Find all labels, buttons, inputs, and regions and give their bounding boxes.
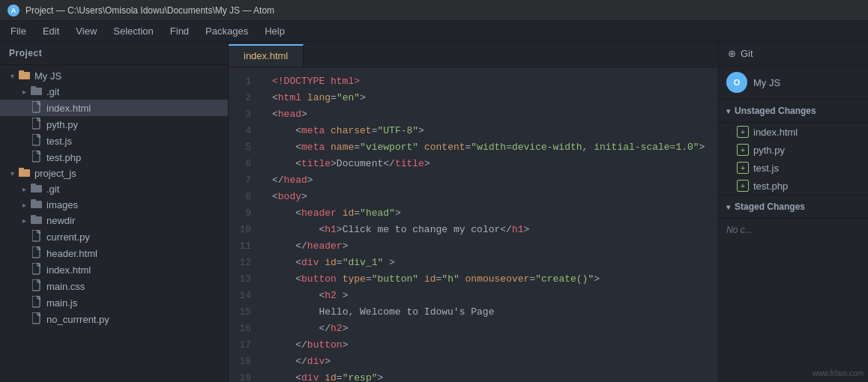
folder-arrow-git-folder: ▸ xyxy=(18,88,30,96)
sidebar-item-header-html[interactable]: header.html xyxy=(0,245,228,261)
sidebar-item-git-folder[interactable]: ▸.git xyxy=(0,84,228,100)
svg-rect-28 xyxy=(32,296,40,307)
git-file-label: test.js xyxy=(753,163,779,174)
line-num-5: 5 xyxy=(229,139,251,156)
folder-arrow-git-folder2: ▸ xyxy=(18,185,30,193)
menu-item-packages[interactable]: Packages xyxy=(198,22,256,40)
line-num-12: 12 xyxy=(229,255,251,271)
tab-index-html-tab[interactable]: index.html xyxy=(229,44,304,67)
file-icon-index-html2 xyxy=(30,263,43,276)
sidebar-item-main-css[interactable]: main.css xyxy=(0,278,228,294)
code-line-7: </head> xyxy=(272,172,718,189)
svg-rect-4 xyxy=(32,101,40,112)
unstaged-changes-header[interactable]: ▾ Unstaged Changes xyxy=(719,100,868,123)
unstaged-files-list: +index.html+pyth.py+test.js+test.php xyxy=(719,123,868,195)
svg-rect-13 xyxy=(19,168,24,171)
tab-bar: index.html xyxy=(229,42,718,67)
window-title: Project — C:\Users\Omisola Idowu\Documen… xyxy=(25,5,274,16)
tree-label-images-folder: images xyxy=(46,199,78,210)
sidebar-item-images-folder[interactable]: ▸images xyxy=(0,197,228,213)
line-num-11: 11 xyxy=(229,238,251,255)
menu-item-edit[interactable]: Edit xyxy=(35,22,67,40)
svg-rect-30 xyxy=(32,312,40,324)
sidebar-item-current-py[interactable]: current.py xyxy=(0,228,228,245)
sidebar-item-test-js[interactable]: test.js xyxy=(0,133,228,149)
code-line-6: <title>Document</title> xyxy=(272,156,718,172)
git-panel: ⊕ Git O My JS ▾ Unstaged Changes +index.… xyxy=(718,42,868,382)
code-view[interactable]: 123456789101112131415161718192021 <!DOCT… xyxy=(229,67,718,382)
staged-arrow: ▾ xyxy=(726,203,730,211)
git-unstaged-file-pyth-py[interactable]: +pyth.py xyxy=(719,141,868,159)
svg-rect-26 xyxy=(32,279,40,291)
line-num-3: 3 xyxy=(229,106,251,123)
sidebar-item-index-html[interactable]: index.html xyxy=(0,100,228,116)
folder-arrow-myjs-root: ▾ xyxy=(6,72,18,80)
git-file-label: test.php xyxy=(753,181,788,192)
folder-icon-myjs-root xyxy=(18,70,31,82)
tree-label-index-html: index.html xyxy=(46,103,91,114)
menu-item-find[interactable]: Find xyxy=(163,22,196,40)
svg-rect-17 xyxy=(31,199,36,202)
menu-item-view[interactable]: View xyxy=(68,22,104,40)
line-num-15: 15 xyxy=(229,304,251,321)
folder-arrow-images-folder: ▸ xyxy=(18,201,30,209)
sidebar-item-test-php[interactable]: test.php xyxy=(0,149,228,166)
code-line-15: Hello, Welcome to Idowu's Page xyxy=(272,304,718,321)
git-add-icon: + xyxy=(737,144,749,156)
file-icon-main-js xyxy=(30,296,43,309)
tree-label-myjs-root: My JS xyxy=(34,70,61,82)
sidebar-item-main-js[interactable]: main.js xyxy=(0,294,228,311)
svg-rect-1 xyxy=(19,70,24,73)
file-icon-header-html xyxy=(30,246,43,260)
sidebar-item-no-current-py[interactable]: no_currrent.py xyxy=(0,311,228,327)
git-add-icon: + xyxy=(737,162,749,174)
tree-label-index-html2: index.html xyxy=(46,264,91,276)
git-panel-title: Git xyxy=(741,48,753,59)
folder-arrow-project-js-root: ▾ xyxy=(6,169,18,178)
folder-icon-newdir-folder xyxy=(30,214,43,227)
title-bar: A Project — C:\Users\Omisola Idowu\Docum… xyxy=(0,0,868,21)
sidebar-item-index-html2[interactable]: index.html xyxy=(0,261,228,278)
svg-rect-19 xyxy=(31,215,36,218)
line-num-2: 2 xyxy=(229,90,251,106)
folder-arrow-newdir-folder: ▸ xyxy=(18,216,30,225)
watermark: www.frfam.com xyxy=(813,369,864,378)
tree-label-header-html: header.html xyxy=(46,248,97,259)
code-line-1: <!DOCTYPE html> xyxy=(272,73,718,90)
svg-rect-24 xyxy=(32,263,40,274)
sidebar-item-git-folder2[interactable]: ▸.git xyxy=(0,181,228,197)
menu-item-selection[interactable]: Selection xyxy=(106,22,160,40)
tree-label-newdir-folder: newdir xyxy=(46,215,75,226)
unstaged-label: Unstaged Changes xyxy=(735,106,816,116)
git-unstaged-file-index-html[interactable]: +index.html xyxy=(719,123,868,141)
code-line-13: <button type="button" id="h" onmouseover… xyxy=(272,271,718,288)
repo-row: O My JS xyxy=(719,66,868,100)
code-line-4: <meta charset="UTF-8"> xyxy=(272,123,718,139)
git-unstaged-file-test-php[interactable]: +test.php xyxy=(719,177,868,195)
git-unstaged-file-test-js[interactable]: +test.js xyxy=(719,159,868,177)
line-num-18: 18 xyxy=(229,354,251,370)
code-line-5: <meta name="viewport" content="width=dev… xyxy=(272,139,718,156)
sidebar-item-myjs-root[interactable]: ▾My JS xyxy=(0,68,228,84)
sidebar: Project ▾My JS▸.gitindex.htmlpyth.pytest… xyxy=(0,42,229,382)
sidebar-item-newdir-folder[interactable]: ▸newdir xyxy=(0,213,228,228)
line-num-10: 10 xyxy=(229,222,251,238)
sidebar-item-project-js-root[interactable]: ▾project_js xyxy=(0,166,228,181)
menu-item-file[interactable]: File xyxy=(3,22,34,40)
git-file-label: pyth.py xyxy=(753,145,785,156)
svg-rect-10 xyxy=(32,151,40,162)
line-num-1: 1 xyxy=(229,73,251,90)
menu-item-help[interactable]: Help xyxy=(257,22,292,40)
staged-changes-header[interactable]: ▾ Staged Changes xyxy=(719,195,868,219)
git-file-label: index.html xyxy=(753,127,798,138)
file-icon-test-js xyxy=(30,134,43,148)
svg-rect-20 xyxy=(32,230,40,241)
line-num-13: 13 xyxy=(229,271,251,288)
tree-label-project-js-root: project_js xyxy=(34,168,76,179)
sidebar-item-pyth-py[interactable]: pyth.py xyxy=(0,116,228,133)
tree-label-pyth-py: pyth.py xyxy=(46,119,78,130)
code-content: <!DOCTYPE html><html lang="en"><head> <m… xyxy=(260,67,718,382)
code-line-3: <head> xyxy=(272,106,718,123)
avatar: O xyxy=(726,72,747,93)
line-num-16: 16 xyxy=(229,321,251,337)
